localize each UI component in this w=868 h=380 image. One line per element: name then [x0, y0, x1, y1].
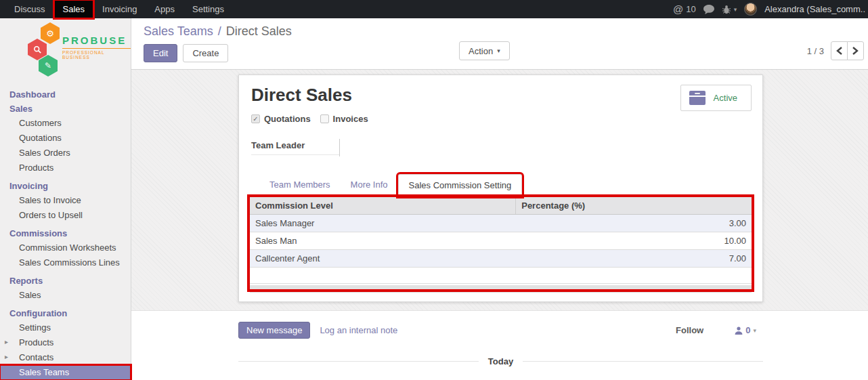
quotations-checkbox-group: ✓ Quotations — [251, 114, 311, 124]
percentage-cell[interactable]: 10.00 — [516, 232, 752, 250]
topbar-right: @ 10 ▾ Alexandra (Sales_comm.. — [673, 3, 868, 16]
probuse-logo: ⚙ ✎ PROBUSE PROFESSIONAL BUSINESS — [0, 18, 131, 82]
sidebar: ⚙ ✎ PROBUSE PROFESSIONAL BUSINESS Dashbo… — [0, 18, 131, 380]
active-label: Active — [714, 93, 737, 103]
breadcrumb-sales-teams[interactable]: Sales Teams — [144, 24, 213, 38]
table-row[interactable]: Sales Manager 3.00 — [250, 215, 752, 232]
content-area: Direct Sales Active ✓ Quotations ✓ Invoi… — [131, 70, 868, 310]
sidebar-item-dashboard[interactable]: Dashboard — [0, 87, 131, 102]
sidebar-item-commission-worksheets[interactable]: Commission Worksheets — [0, 240, 131, 255]
sidebar-item-products[interactable]: Products — [0, 161, 131, 175]
quotations-checkbox[interactable]: ✓ — [251, 114, 260, 123]
menu-sales[interactable]: Sales — [54, 0, 94, 18]
activities-button[interactable]: @ 10 — [673, 3, 696, 15]
section-dashboard: Dashboard — [0, 87, 131, 102]
chatter: New message Log an internal note Follow … — [131, 310, 868, 380]
sidebar-header-configuration[interactable]: Configuration — [0, 306, 131, 320]
sidebar-item-sales-commissions-lines[interactable]: Sales Commissions Lines — [0, 255, 131, 270]
caret-down-icon: ▾ — [753, 327, 756, 334]
menu-settings[interactable]: Settings — [183, 0, 233, 18]
logo-hex-search — [28, 39, 47, 60]
activity-count: 10 — [686, 4, 695, 14]
team-leader-row: Team Leader — [251, 140, 752, 156]
follow-button[interactable]: Follow — [676, 325, 703, 335]
pager-next-button[interactable] — [847, 41, 864, 60]
sidebar-header-invoicing[interactable]: Invoicing — [0, 179, 131, 193]
messages-button[interactable] — [703, 5, 714, 14]
sidebar-item-orders-to-upsell[interactable]: Orders to Upsell — [0, 208, 131, 223]
logo-hex-gears: ⚙ — [41, 22, 60, 44]
table-row[interactable]: Sales Man 10.00 — [250, 232, 752, 250]
sidebar-header-commissions[interactable]: Commissions — [0, 226, 131, 240]
active-stat-button[interactable]: Active — [680, 85, 752, 111]
sidebar-item-config-contacts[interactable]: ▸Contacts — [0, 350, 131, 365]
breadcrumb-current: Direct Sales — [226, 24, 292, 38]
record-title: Direct Sales — [251, 85, 752, 106]
chatter-toolbar: New message Log an internal note Follow … — [238, 322, 763, 339]
sidebar-item-quotations[interactable]: Quotations — [0, 131, 131, 146]
empty-row[interactable] — [250, 268, 752, 284]
percentage-cell[interactable]: 3.00 — [516, 215, 752, 232]
column-percentage[interactable]: Percentage (%) — [516, 197, 752, 215]
bug-icon — [722, 5, 731, 14]
invoices-checkbox[interactable]: ✓ — [320, 114, 329, 123]
pager-value: 1 / 3 — [807, 46, 824, 56]
chat-bubble-icon — [703, 5, 714, 14]
user-menu[interactable]: Alexandra (Sales_comm.. — [764, 4, 865, 14]
create-button[interactable]: Create — [183, 44, 228, 62]
quotations-label: Quotations — [264, 114, 311, 124]
sidebar-item-settings[interactable]: Settings — [0, 320, 131, 335]
follower-count: 0 — [745, 325, 750, 335]
section-commissions: Commissions Commission Worksheets Sales … — [0, 226, 131, 270]
tab-team-members[interactable]: Team Members — [259, 174, 341, 196]
menu-invoicing[interactable]: Invoicing — [93, 0, 146, 18]
sidebar-item-sales-teams[interactable]: Sales Teams — [0, 365, 131, 380]
sidebar-item-label: Contacts — [19, 352, 53, 362]
pager-previous-button[interactable] — [831, 41, 848, 60]
invoices-checkbox-group: ✓ Invoices — [320, 114, 368, 124]
edit-button[interactable]: Edit — [144, 44, 177, 62]
action-dropdown-button[interactable]: Action ▾ — [459, 41, 510, 60]
new-message-button[interactable]: New message — [238, 322, 310, 339]
table-row[interactable]: Callcenter Agent 7.00 — [250, 250, 752, 268]
invoices-label: Invoices — [333, 114, 368, 124]
pager: 1 / 3 — [807, 41, 864, 60]
commission-level-cell[interactable]: Callcenter Agent — [250, 250, 516, 268]
commission-level-cell[interactable]: Sales Man — [250, 232, 516, 250]
debug-menu-button[interactable]: ▾ — [722, 5, 737, 14]
chevron-right-icon — [852, 47, 859, 55]
sidebar-item-config-products[interactable]: ▸Products — [0, 335, 131, 350]
sidebar-item-sales-to-invoice[interactable]: Sales to Invoice — [0, 193, 131, 208]
percentage-cell[interactable]: 7.00 — [516, 250, 752, 268]
tab-more-info[interactable]: More Info — [341, 174, 398, 196]
commission-level-cell[interactable]: Sales Manager — [250, 215, 516, 232]
followers-dropdown[interactable]: 0 ▾ — [735, 325, 756, 335]
sidebar-header-reports[interactable]: Reports — [0, 274, 131, 288]
expand-caret-icon: ▸ — [5, 353, 8, 360]
notebook-tabs: Team Members More Info Sales Commission … — [250, 174, 752, 196]
breadcrumb: Sales Teams/Direct Sales — [144, 18, 868, 39]
column-commission-level[interactable]: Commission Level — [250, 197, 516, 215]
log-internal-note-link[interactable]: Log an internal note — [320, 325, 397, 335]
tab-sales-commission-setting[interactable]: Sales Commission Setting — [398, 174, 523, 196]
date-divider: Today — [238, 356, 763, 366]
menu-discuss[interactable]: Discuss — [5, 0, 54, 18]
sidebar-item-reports-sales[interactable]: Sales — [0, 288, 131, 303]
logo-title: PROBUSE — [62, 35, 131, 46]
table-footer-bar — [250, 285, 752, 289]
checkbox-row: ✓ Quotations ✓ Invoices — [251, 114, 752, 124]
team-leader-label: Team Leader — [251, 140, 339, 155]
section-configuration: Configuration Settings ▸Products ▸Contac… — [0, 306, 131, 380]
caret-down-icon: ▾ — [734, 6, 737, 13]
sidebar-item-label: Products — [19, 337, 53, 347]
commission-table: Commission Level Percentage (%) Sales Ma… — [250, 197, 752, 284]
sidebar-item-sales-orders[interactable]: Sales Orders — [0, 146, 131, 161]
sidebar-header-sales[interactable]: Sales — [0, 102, 131, 116]
user-avatar[interactable] — [744, 3, 757, 16]
archive-box-icon — [689, 91, 706, 105]
pencil-icon: ✎ — [45, 61, 51, 70]
team-leader-field[interactable] — [340, 140, 589, 154]
sidebar-item-customers[interactable]: Customers — [0, 116, 131, 131]
commission-table-annotation: Commission Level Percentage (%) Sales Ma… — [250, 197, 752, 289]
menu-apps[interactable]: Apps — [146, 0, 183, 18]
